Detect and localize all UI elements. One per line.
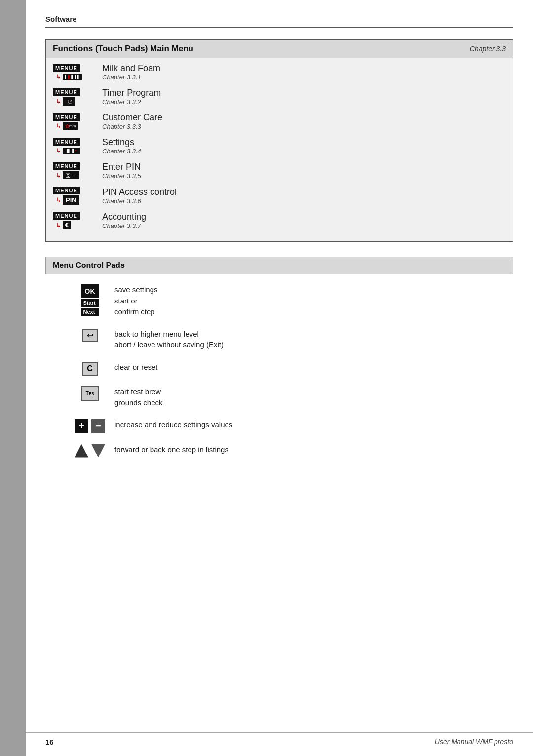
control-pads-section: Menu Control Pads OK Start Next save set… bbox=[45, 257, 513, 458]
clear-desc-line1: clear or reset bbox=[114, 363, 158, 371]
menu-chapter-milk: Chapter 3.3.1 bbox=[102, 74, 160, 81]
control-row-plusminus: + − increase and reduce settings values bbox=[45, 419, 513, 433]
care-sub-icon: ✿mm bbox=[63, 122, 78, 130]
milk-sub-icon: ▌▌▌▌▌ bbox=[63, 74, 82, 80]
menu-row-accounting: MENUE ↳ € Accounting Chapter 3.3.7 bbox=[53, 212, 506, 229]
menu-chapter-care: Chapter 3.3.3 bbox=[102, 123, 162, 130]
menu-text-pinaccess: PIN Access control Chapter 3.3.6 bbox=[102, 187, 177, 205]
next-icon: Next bbox=[81, 308, 99, 316]
menu-text-care: Customer Care Chapter 3.3.3 bbox=[102, 113, 162, 130]
timer-sub-icon: !◷ bbox=[63, 97, 75, 106]
back-desc-line1: back to higher menu level bbox=[114, 330, 199, 338]
euro-sub-icon: € bbox=[63, 221, 71, 229]
functions-table: Functions (Touch Pads) Main Menu Chapter… bbox=[45, 39, 513, 242]
arrow-red-care: ↳ bbox=[56, 122, 61, 130]
minus-icon: − bbox=[91, 419, 105, 433]
functions-table-title: Functions (Touch Pads) Main Menu bbox=[53, 44, 193, 54]
menue-badge-accounting: MENUE bbox=[53, 212, 80, 220]
menu-chapter-accounting: Chapter 3.3.7 bbox=[102, 222, 146, 229]
menu-icon-pinaccess: MENUE ↳ PIN bbox=[53, 187, 92, 205]
ok-stacked-icons: OK Start Next bbox=[81, 284, 99, 316]
down-icon bbox=[91, 444, 105, 458]
menu-text-milk: Milk and Foam Chapter 3.3.1 bbox=[102, 63, 160, 81]
test-desc-line1: start test brew bbox=[114, 387, 161, 396]
arrow-icon-accounting: ↳ € bbox=[56, 221, 71, 229]
arrow-red-timer: ↳ bbox=[56, 98, 61, 105]
control-icon-back: ↩ bbox=[65, 329, 114, 342]
control-desc-ok: save settings start or confirm ctep bbox=[114, 284, 158, 318]
plus-icon: + bbox=[75, 419, 88, 433]
control-icon-plusminus: + − bbox=[65, 419, 114, 433]
control-icon-clear: C bbox=[65, 362, 114, 376]
control-desc-back: back to higher menu level abort / leave … bbox=[114, 329, 224, 351]
control-desc-test: start test brew grounds check bbox=[114, 386, 163, 409]
arrow-icon-milk: ↳ ▌▌▌▌▌ bbox=[56, 73, 82, 80]
ok-icon: OK bbox=[81, 284, 99, 298]
menue-badge-timer: MENUE bbox=[53, 88, 80, 96]
control-row-updown: forward or back one step in listings bbox=[45, 444, 513, 458]
arrow-red-enterpin: ↳ bbox=[56, 172, 61, 179]
control-desc-updown: forward or back one step in listings bbox=[114, 444, 228, 455]
settings-sub-icon: ▐▌▐✦ bbox=[63, 148, 80, 154]
control-icon-updown bbox=[65, 444, 114, 458]
control-icon-test: TE5 bbox=[65, 386, 114, 401]
menu-main-text-enterpin: Enter PIN bbox=[102, 162, 141, 172]
arrow-red-accounting: ↳ bbox=[56, 222, 61, 229]
menue-badge: MENUE bbox=[53, 64, 80, 72]
functions-table-chapter: Chapter 3.3 bbox=[470, 45, 506, 53]
control-row-back: ↩ back to higher menu level abort / leav… bbox=[45, 329, 513, 351]
menu-icon-care: MENUE ↳ ✿mm bbox=[53, 113, 92, 130]
menu-main-text-care: Customer Care bbox=[102, 113, 162, 123]
control-pads-title: Menu Control Pads bbox=[53, 261, 125, 269]
menu-row-milk: MENUE ↳ ▌▌▌▌▌ Milk and Foam Chapter 3.3.… bbox=[53, 63, 506, 81]
arrow-icon-pinaccess: ↳ PIN bbox=[56, 195, 79, 205]
menu-text-accounting: Accounting Chapter 3.3.7 bbox=[102, 212, 146, 229]
menu-main-text-pinaccess: PIN Access control bbox=[102, 187, 177, 197]
up-icon bbox=[75, 444, 88, 458]
start-icon: Start bbox=[81, 299, 99, 307]
menu-text-enterpin: Enter PIN Chapter 3.3.5 bbox=[102, 162, 141, 180]
arrow-red-settings: ↳ bbox=[56, 147, 61, 154]
arrow-icon-settings: ↳ ▐▌▐✦ bbox=[56, 147, 80, 154]
back-desc-line2: abort / leave without saving (Exit) bbox=[114, 340, 224, 349]
arrow-icon-enterpin: ↳ ⚿— bbox=[56, 171, 79, 179]
arrow-icon-care: ↳ ✿mm bbox=[56, 122, 78, 130]
test-icon: TE5 bbox=[81, 386, 99, 401]
enterpin-sub-icon: ⚿— bbox=[63, 171, 79, 179]
menu-main-text-settings: Settings bbox=[102, 137, 141, 148]
menu-icon-enterpin: MENUE ↳ ⚿— bbox=[53, 162, 92, 179]
updown-desc-line1: forward or back one step in listings bbox=[114, 445, 228, 454]
menu-chapter-timer: Chapter 3.3.2 bbox=[102, 98, 161, 106]
control-icon-ok: OK Start Next bbox=[65, 284, 114, 316]
menue-badge-enterpin: MENUE bbox=[53, 162, 80, 170]
menue-badge-pinaccess: MENUE bbox=[53, 187, 80, 194]
plusminus-desc-line1: increase and reduce settings values bbox=[114, 420, 232, 429]
control-pads-header: Menu Control Pads bbox=[45, 257, 513, 274]
menu-chapter-pinaccess: Chapter 3.3.6 bbox=[102, 197, 177, 205]
ok-desc-line3: confirm ctep bbox=[114, 307, 155, 316]
control-row-ok: OK Start Next save settings start or con… bbox=[45, 284, 513, 318]
menu-icon-milk: MENUE ↳ ▌▌▌▌▌ bbox=[53, 64, 92, 80]
test-desc-line2: grounds check bbox=[114, 398, 163, 407]
menu-icon-settings: MENUE ↳ ▐▌▐✦ bbox=[53, 138, 92, 154]
ok-desc-line2: start or bbox=[114, 297, 138, 305]
control-desc-clear: clear or reset bbox=[114, 362, 158, 373]
page-footer: 16 User Manual WMF presto bbox=[26, 732, 533, 746]
pin-sub-icon: PIN bbox=[63, 195, 79, 205]
arrow-red-milk: ↳ bbox=[56, 73, 61, 80]
menu-chapter-enterpin: Chapter 3.3.5 bbox=[102, 172, 141, 180]
back-icon: ↩ bbox=[82, 329, 98, 342]
menu-icon-timer: MENUE ↳ !◷ bbox=[53, 88, 92, 106]
arrow-icon-timer: ↳ !◷ bbox=[56, 97, 75, 106]
menue-badge-settings: MENUE bbox=[53, 138, 80, 146]
menu-text-timer: Timer Program Chapter 3.3.2 bbox=[102, 88, 161, 106]
section-title: Software bbox=[45, 15, 76, 23]
menu-row-care: MENUE ↳ ✿mm Customer Care Chapter 3.3.3 bbox=[53, 113, 506, 130]
menu-row-settings: MENUE ↳ ▐▌▐✦ Settings Chapter 3.3.4 bbox=[53, 137, 506, 155]
clear-icon: C bbox=[82, 362, 98, 376]
menu-row-enterpin: MENUE ↳ ⚿— Enter PIN Chapter 3.3.5 bbox=[53, 162, 506, 180]
control-row-test: TE5 start test brew grounds check bbox=[45, 386, 513, 409]
arrow-red-pinaccess: ↳ bbox=[56, 196, 61, 204]
menu-row-timer: MENUE ↳ !◷ Timer Program Chapter 3.3.2 bbox=[53, 88, 506, 106]
menu-main-text-milk: Milk and Foam bbox=[102, 63, 160, 74]
